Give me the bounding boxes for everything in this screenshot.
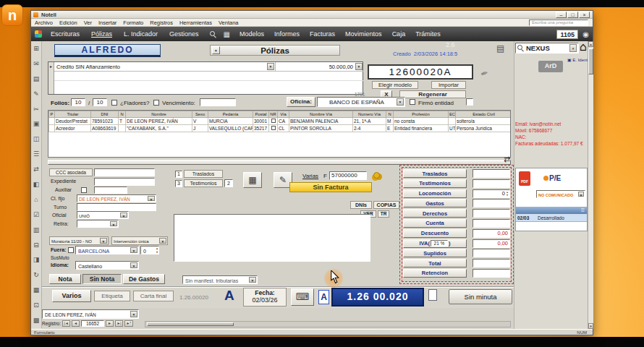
a-indicator[interactable]: A <box>318 290 329 304</box>
counter-badge[interactable]: 1105 <box>556 30 578 39</box>
intervencion-select[interactable]: Intervención única ▾ <box>111 236 168 245</box>
dropdown-arrow-icon[interactable]: ▾ <box>130 262 137 268</box>
spinner-icon[interactable]: ▴▾ <box>156 247 158 254</box>
app-grid-icon[interactable] <box>35 30 42 38</box>
menu-item[interactable]: Archivo <box>35 20 53 26</box>
iva-rate-field[interactable]: 21 % <box>431 240 448 247</box>
close-button[interactable]: × <box>579 12 590 18</box>
tool-icon[interactable]: ☑ <box>31 207 41 223</box>
cell-postal[interactable]: 35217 <box>253 125 269 132</box>
nav-item[interactable]: Gestiones <box>169 30 199 38</box>
column-header[interactable]: Pedanía <box>208 111 253 118</box>
fee-label-button[interactable]: Retencion <box>403 269 467 278</box>
fee-label-button[interactable]: Testimonios <box>403 179 467 188</box>
choose-model-button[interactable]: Elegir modelo <box>372 81 418 89</box>
dropdown-arrow-icon[interactable]: ▾ <box>120 213 127 218</box>
auxiliar-input[interactable] <box>94 187 127 194</box>
fiadores-checkbox[interactable] <box>153 100 159 106</box>
credit-grid[interactable]: ▸ Credito SIN Afianzamiento ▾ 50.000,00 … <box>48 61 363 95</box>
varios-button[interactable]: Varios <box>52 290 91 302</box>
fee-label-button[interactable]: Descuento <box>403 229 467 238</box>
cell-via[interactable]: CA <box>278 118 289 125</box>
tool-icon[interactable]: ⇄ <box>31 162 41 177</box>
fee-value-field[interactable]: ▴▾ <box>473 179 510 188</box>
cell-pedania[interactable]: MURCIA <box>208 118 253 125</box>
cell-profesion[interactable]: Entidad financiera <box>394 125 449 132</box>
column-header[interactable]: N <box>386 111 394 118</box>
fee-value-field[interactable]: ▴▾ <box>473 169 510 178</box>
folios-input-1[interactable]: 10 <box>71 98 85 106</box>
dropdown-arrow-icon[interactable]: ▾ <box>130 311 137 317</box>
dropdown-arrow-icon[interactable]: ▾ <box>130 247 137 253</box>
dropdown-arrow-icon[interactable]: ▾ <box>397 98 404 106</box>
column-header[interactable]: Numero Vía <box>353 111 386 118</box>
expediente-input[interactable] <box>94 178 155 186</box>
notes-textarea[interactable] <box>174 214 370 262</box>
fee-label-button[interactable]: Locomoción <box>403 189 467 198</box>
column-header[interactable]: Nombre Vía <box>289 111 353 118</box>
menu-item[interactable]: Registros <box>150 20 173 26</box>
traslados-button[interactable]: Traslados <box>184 170 223 178</box>
nav-item[interactable]: Informes <box>274 30 300 38</box>
fuera-select[interactable]: BARCELONA ▾ <box>75 246 139 254</box>
calculator-icon[interactable]: ▦ <box>243 172 262 188</box>
credit-label-cell[interactable]: Credito SIN Afianzamiento ▾ <box>54 62 276 72</box>
nav-item[interactable]: L. Indicador <box>124 30 158 38</box>
auxiliar-checkbox[interactable] <box>81 187 87 193</box>
person-select[interactable]: DE LEON PEREZ, IVÁN ▾ <box>42 309 139 319</box>
fee-label-button[interactable]: Derechos <box>403 209 467 218</box>
ccc-input[interactable] <box>94 168 155 176</box>
nav-item[interactable]: Escrituras <box>51 30 80 38</box>
horizontal-scrollbar[interactable] <box>145 321 511 327</box>
tool-icon[interactable]: ◧ <box>31 177 41 192</box>
fee-value-field[interactable]: ▴▾ <box>473 199 510 207</box>
ask-question-input[interactable]: Escriba una pregunta <box>529 20 588 26</box>
firmo-checkbox[interactable] <box>410 99 415 105</box>
brand-logo[interactable]: n <box>1 4 23 26</box>
spinner-icon[interactable]: ▴▾ <box>507 191 508 197</box>
row-selector-cell[interactable] <box>49 125 55 132</box>
menu-lines-icon[interactable]: ☰ <box>581 207 585 213</box>
cell-sexo[interactable]: V <box>192 118 208 125</box>
menu-item[interactable]: Herramientas <box>179 20 212 26</box>
cell-n[interactable]: T <box>119 118 126 125</box>
fee-label-button[interactable]: Suplidos <box>403 249 467 257</box>
copias-button[interactable]: COPIAS <box>373 201 399 209</box>
prev-record-button[interactable]: ◄ <box>72 320 80 327</box>
testimonios-button[interactable]: Testimonios <box>184 179 223 187</box>
row-selector-cell[interactable] <box>49 118 55 125</box>
fuera-stepper[interactable]: 0 ▴▾ <box>140 246 159 254</box>
tool-icon[interactable]: ✂ <box>31 102 41 117</box>
firmo-extra-box[interactable] <box>466 98 473 106</box>
invoice-number-input[interactable]: 57000000 <box>329 171 367 180</box>
scroll-up-icon[interactable]: ▴ <box>588 41 593 47</box>
scrollbar-thumb[interactable] <box>147 322 234 326</box>
folios-input-2[interactable]: 10 <box>93 98 107 106</box>
protocol-display[interactable]: 1.26 00.020 <box>331 288 424 307</box>
minimize-button[interactable]: – <box>556 12 567 18</box>
fecha-value[interactable]: 02/03/26 <box>244 296 286 304</box>
oficial-select[interactable]: UNIÓ ▾ <box>77 211 129 219</box>
vertical-scrollbar[interactable]: ▴ ▾ <box>588 41 593 329</box>
cell-nombre[interactable]: "CAIXABANK, S.A." <box>126 125 192 132</box>
tool-icon[interactable]: ◨ <box>31 252 41 267</box>
carta-final-button[interactable]: Carta final <box>133 291 174 301</box>
cell-numero-via[interactable]: 21, 1ª-A <box>353 118 386 125</box>
nav-item[interactable]: Pólizas <box>91 30 112 38</box>
tool-icon[interactable]: ✉ <box>31 56 41 72</box>
record-number-field[interactable]: 16652 <box>81 320 104 327</box>
scroll-down-icon[interactable]: ▾ <box>588 323 593 329</box>
cell-titular[interactable]: Deudor/Prestat <box>55 118 91 125</box>
column-header[interactable]: Vía <box>278 111 289 118</box>
retira-select[interactable]: ▾ <box>77 220 119 228</box>
nav-item[interactable]: Caja <box>392 30 406 38</box>
menu-item[interactable]: Insertar <box>98 20 116 26</box>
cell-n[interactable] <box>119 125 126 132</box>
sin-factura-button[interactable]: Sin Factura <box>289 182 372 192</box>
cell-estado-civil[interactable]: Persona Jurídica <box>456 125 512 132</box>
maximize-button[interactable]: □ <box>567 12 578 18</box>
participants-table[interactable]: PTitularDNINNombreSexoPedaníaPostalNRVía… <box>48 111 511 132</box>
nav-item[interactable]: Modelos <box>240 30 264 38</box>
fee-value-field[interactable]: ▴▾ <box>473 249 510 257</box>
cell-profesion[interactable]: no consta <box>394 118 449 125</box>
